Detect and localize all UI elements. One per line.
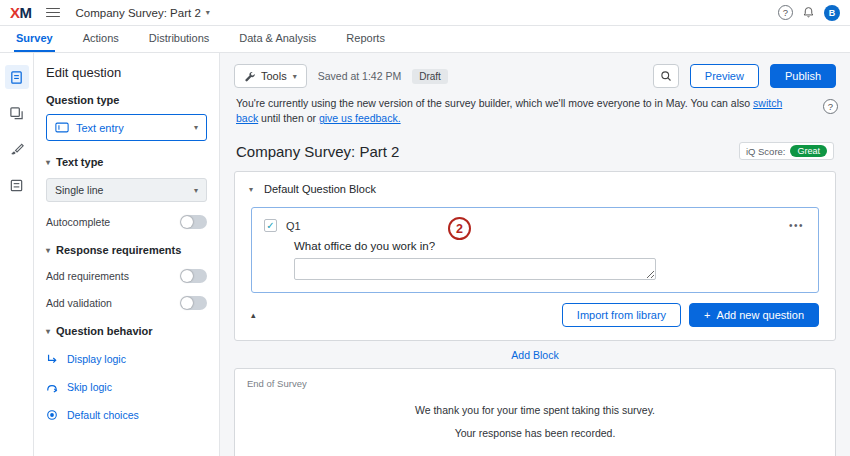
text-type-value: Single line (55, 184, 194, 196)
plus-icon: + (704, 309, 710, 321)
rail-look-feel-icon[interactable] (5, 137, 29, 161)
autocomplete-toggle[interactable] (180, 215, 207, 229)
rail-blocks-icon[interactable] (5, 101, 29, 125)
add-new-question-label: Add new question (717, 309, 804, 321)
text-type-select[interactable]: Single line ▾ (46, 178, 207, 202)
question-area-collapse-icon[interactable]: ▴ (251, 310, 256, 320)
question-type-value: Text entry (76, 122, 187, 134)
chevron-down-icon: ▾ (46, 327, 50, 336)
add-requirements-label: Add requirements (46, 270, 129, 282)
response-requirements-header: Response requirements (56, 244, 181, 256)
question-checkbox[interactable]: ✓ (264, 219, 277, 232)
question-block-card: ▾ Default Question Block ✓ Q1 ••• What o… (234, 171, 836, 341)
panel-title: Edit question (46, 65, 207, 80)
tab-survey[interactable]: Survey (14, 26, 55, 52)
tab-reports[interactable]: Reports (344, 26, 387, 52)
rail-builder-icon[interactable] (5, 65, 29, 89)
question-q1-card[interactable]: ✓ Q1 ••• What office do you work in? 2 (251, 207, 819, 293)
add-validation-toggle[interactable] (180, 296, 207, 310)
new-builder-notice: You're currently using the new version o… (220, 96, 850, 126)
search-icon (660, 70, 672, 82)
chevron-down-icon: ▾ (194, 186, 198, 195)
top-bar: X M Company Survey: Part 2 ▾ ? B (0, 0, 850, 26)
notice-text-1: You're currently using the new version o… (236, 97, 753, 109)
chevron-down-icon: ▾ (293, 72, 297, 81)
add-requirements-toggle[interactable] (180, 269, 207, 283)
text-type-header: Text type (56, 156, 103, 168)
end-of-survey-message-2: Your response has been recorded. (247, 427, 823, 439)
survey-title-menu[interactable]: Company Survey: Part 2 ▾ (76, 7, 210, 19)
section-response-requirements[interactable]: ▾ Response requirements (46, 244, 207, 256)
rail-survey-options-icon[interactable] (5, 173, 29, 197)
edit-question-panel: Edit question Question type Text entry ▾… (34, 53, 220, 456)
tab-data-analysis[interactable]: Data & Analysis (237, 26, 318, 52)
chevron-down-icon: ▾ (194, 123, 198, 132)
project-nav: Survey Actions Distributions Data & Anal… (0, 26, 850, 53)
preview-button[interactable]: Preview (690, 64, 759, 88)
skip-logic-icon (46, 381, 58, 393)
question-type-select[interactable]: Text entry ▾ (46, 114, 207, 141)
check-icon: ✓ (266, 220, 274, 231)
question-id: Q1 (286, 220, 301, 232)
question-options-icon[interactable]: ••• (787, 220, 806, 231)
tools-button[interactable]: Tools ▾ (234, 64, 307, 88)
tab-distributions[interactable]: Distributions (147, 26, 212, 52)
user-avatar[interactable]: B (824, 5, 840, 21)
question-behavior-header: Question behavior (56, 325, 153, 337)
give-feedback-link[interactable]: give us feedback. (319, 112, 401, 124)
autocomplete-label: Autocomplete (46, 216, 110, 228)
end-of-survey-card: End of Survey We thank you for your time… (234, 368, 836, 456)
section-question-behavior[interactable]: ▾ Question behavior (46, 325, 207, 337)
add-new-question-button[interactable]: + Add new question (689, 303, 819, 327)
default-choices-icon (46, 409, 58, 421)
tools-wrench-icon (244, 71, 255, 82)
block-name[interactable]: Default Question Block (264, 183, 376, 195)
search-button[interactable] (653, 64, 679, 88)
chevron-down-icon: ▾ (46, 158, 50, 167)
saved-status-text: Saved at 1:42 PM (318, 70, 401, 82)
skip-logic-item[interactable]: Skip logic (46, 381, 207, 393)
question-text[interactable]: What office do you work in? (294, 240, 806, 252)
add-block-link[interactable]: Add Block (220, 341, 850, 368)
xm-logo[interactable]: X M (10, 4, 32, 21)
hamburger-menu-icon[interactable] (46, 8, 60, 18)
block-collapse-icon[interactable]: ▾ (249, 185, 253, 194)
iq-score-value: Great (790, 145, 827, 157)
tools-label: Tools (261, 70, 287, 82)
skip-logic-label: Skip logic (67, 381, 112, 393)
notifications-bell-icon[interactable] (802, 6, 815, 19)
help-icon[interactable]: ? (778, 5, 793, 20)
survey-title-text: Company Survey: Part 2 (76, 7, 201, 19)
section-text-type[interactable]: ▾ Text type (46, 156, 207, 168)
display-logic-item[interactable]: Display logic (46, 353, 207, 365)
tab-actions[interactable]: Actions (81, 26, 121, 52)
draft-badge: Draft (412, 69, 448, 84)
add-validation-label: Add validation (46, 297, 112, 309)
question-answer-input[interactable] (294, 258, 656, 280)
iq-score-label: iQ Score: (746, 146, 786, 157)
import-from-library-label: Import from library (577, 309, 666, 321)
chevron-down-icon: ▾ (46, 246, 50, 255)
display-logic-label: Display logic (67, 353, 126, 365)
annotation-marker-2: 2 (448, 217, 471, 240)
display-logic-icon (46, 353, 58, 365)
chevron-down-icon: ▾ (206, 8, 210, 17)
end-of-survey-message-1: We thank you for your time spent taking … (247, 404, 823, 416)
text-entry-icon (55, 122, 69, 133)
import-from-library-button[interactable]: Import from library (562, 303, 681, 327)
publish-button[interactable]: Publish (770, 64, 836, 88)
publish-label: Publish (785, 70, 821, 82)
builder-toolbar: Tools ▾ Saved at 1:42 PM Draft Preview P… (220, 53, 850, 96)
iq-score-badge[interactable]: iQ Score: Great (739, 142, 834, 160)
page-title: Company Survey: Part 2 (236, 143, 399, 160)
end-of-survey-label: End of Survey (247, 378, 823, 389)
notice-text-2: until then or (258, 112, 319, 124)
left-icon-rail (0, 53, 34, 456)
page-header: Company Survey: Part 2 iQ Score: Great (220, 128, 850, 171)
notice-help-icon[interactable]: ? (823, 99, 838, 114)
default-choices-item[interactable]: Default choices (46, 409, 207, 421)
survey-builder-content: Tools ▾ Saved at 1:42 PM Draft Preview P… (220, 53, 850, 456)
xm-logo-x: X (10, 4, 20, 21)
xm-logo-m: M (20, 4, 32, 21)
preview-label: Preview (705, 70, 744, 82)
